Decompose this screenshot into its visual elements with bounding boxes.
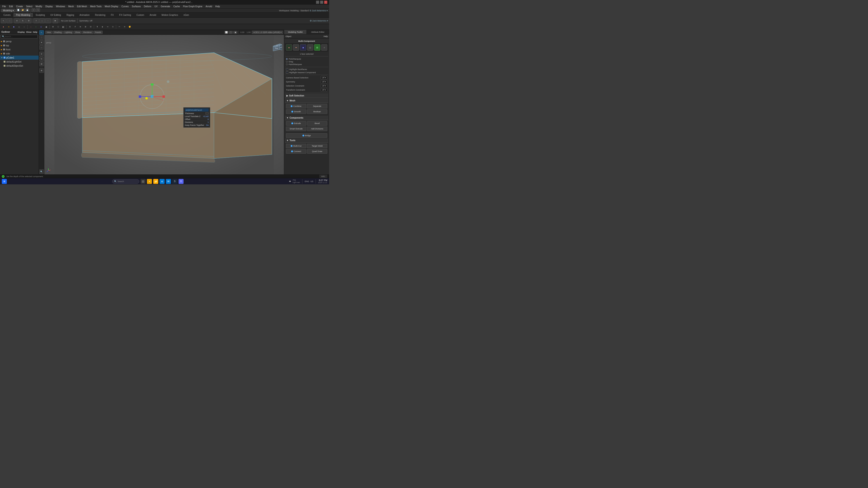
rp-tab-attr-editor[interactable]: Attribute Editor [307, 30, 329, 34]
menu-edit-mesh[interactable]: Edit Mesh [75, 5, 88, 8]
smooth-btn-mt[interactable]: Smooth [286, 109, 306, 114]
menu-surfaces[interactable]: Surfaces [130, 5, 142, 8]
shrink-sel-btn[interactable]: ⊟ [88, 24, 93, 29]
close-button[interactable]: ✕ [324, 1, 327, 4]
menu-file[interactable]: File [1, 5, 7, 8]
rp-tab-toolkit[interactable]: Modeling Toolkit [284, 30, 307, 34]
taskbar-search[interactable]: 🔍 Search [112, 179, 139, 184]
tab-motion-graphics[interactable]: Motion Graphics [159, 13, 181, 17]
pick-marquee-radio[interactable] [286, 58, 288, 60]
menu-flow[interactable]: Flow Graph Engine [182, 5, 204, 8]
pick-marquee-option[interactable]: Pick/Marquee [286, 58, 327, 60]
smart-extrude-btn[interactable]: Smart Extrude [286, 127, 306, 131]
move-x-btn[interactable]: → [28, 24, 33, 29]
edge-icon-btn[interactable]: ━ [293, 44, 299, 51]
tab-fx-caching[interactable]: FX Caching [117, 13, 133, 17]
vertex-icon-btn[interactable]: ● [286, 44, 292, 51]
mesh-section-header[interactable]: ▼ Mesh [285, 98, 328, 103]
connect-btn[interactable]: Connect [286, 149, 306, 154]
outliner-show-menu[interactable]: Show [26, 31, 31, 33]
soft-selection-header[interactable]: ▶ Soft Selection [285, 94, 328, 98]
scale-vtool[interactable]: ⊞ [39, 62, 44, 66]
loop-btn[interactable]: ↺ [72, 24, 78, 29]
symmetry-dropdown[interactable]: Off ▾ [321, 80, 327, 84]
menu-deform[interactable]: Deform [143, 5, 153, 8]
vp-smooth-btn[interactable]: ⬡ [229, 31, 233, 34]
drag-option[interactable]: Drag [286, 60, 327, 63]
bridge-btn[interactable]: Bridge [286, 133, 327, 138]
move-vtool[interactable]: ✛ [39, 52, 44, 56]
bevel-btn[interactable]: ◈ [100, 24, 105, 29]
sculpt-vtool[interactable]: ✦ [39, 40, 44, 45]
tab-custom[interactable]: Custom [134, 13, 147, 17]
vp-flat-btn[interactable]: ◼ [233, 31, 237, 34]
save-file-btn[interactable]: 💾 [25, 8, 29, 12]
multi-icon-btn[interactable]: ⊞ [314, 44, 320, 51]
steam-icon[interactable]: S [172, 179, 177, 184]
new-file-btn[interactable]: 📄 [16, 8, 20, 12]
weld-btn[interactable]: ⊙ [110, 24, 115, 29]
bevel-btn-mt[interactable]: Bevel [307, 121, 327, 126]
color-space-btn[interactable]: ACES 1.0 SDR-video (sRGB) ▾ [252, 31, 283, 34]
viewport[interactable]: View Shading Lighting Show Renderer Pane… [44, 30, 284, 174]
rotate-tool-btn[interactable]: ↻ [20, 18, 26, 23]
menu-edit[interactable]: Edit [8, 5, 14, 8]
discord-icon[interactable]: D [179, 179, 184, 184]
obj-icon-btn[interactable]: ○ [321, 44, 327, 51]
quad-draw-btn[interactable]: Quad Draw [307, 149, 327, 154]
open-file-btn[interactable]: 📂 [21, 8, 25, 12]
menu-select[interactable]: Select [25, 5, 34, 8]
highlight-backfaces-option[interactable]: ✓ Highlight Backfaces [285, 68, 328, 71]
shade-btn[interactable]: ◧ [61, 24, 66, 29]
grab-btn[interactable]: ✊ [127, 24, 132, 29]
move-y-btn[interactable]: ↑ [33, 24, 38, 29]
vp-renderer-btn[interactable]: Renderer [82, 31, 93, 34]
tab-rendering[interactable]: Rendering [92, 13, 108, 17]
search-vtool[interactable]: 🔍 [39, 169, 44, 174]
move-z-btn[interactable]: ⊙ [39, 24, 43, 29]
vp-shading-btn[interactable]: Shading [53, 31, 63, 34]
tab-rigging[interactable]: Rigging [64, 13, 76, 17]
outliner-search[interactable]: 🔍 Search... [1, 35, 38, 38]
redo-btn[interactable]: ↪ [36, 8, 40, 12]
drag-radio[interactable] [286, 61, 288, 63]
rp-object-tab[interactable]: Object [285, 35, 291, 37]
lasso-vtool[interactable]: ⌓ [39, 45, 44, 50]
tab-sculpting[interactable]: Sculpting [33, 13, 48, 17]
universal-vtool[interactable]: ⊕ [39, 68, 44, 73]
uv-icon-btn[interactable]: ◇ [307, 44, 313, 51]
tab-uv-editing[interactable]: UV Editing [48, 13, 64, 17]
grow-sel-btn[interactable]: ⊞ [83, 24, 88, 29]
outliner-item-front[interactable]: ▶ front [0, 47, 39, 52]
highlight-nearest-option[interactable]: ✓ Highlight Nearest Component [285, 71, 328, 74]
rotate-vtool[interactable]: ↻ [39, 57, 44, 61]
target-weld-btn[interactable]: Target Weld [307, 144, 327, 148]
scale-tool-btn[interactable]: ⊞ [26, 18, 31, 23]
menu-mesh[interactable]: Mesh [67, 5, 75, 8]
outliner-item-persp[interactable]: ▶ persp [0, 39, 39, 43]
menu-windows[interactable]: Windows [55, 5, 66, 8]
vp-view-btn[interactable]: View [45, 31, 52, 34]
undo-btn[interactable]: ↩ [31, 8, 35, 12]
maximize-button[interactable]: □ [320, 1, 323, 4]
paint-marquee-radio[interactable] [286, 64, 288, 65]
vertex-mode-btn[interactable]: ● [1, 24, 6, 29]
face-icon-btn[interactable]: ■ [300, 44, 306, 51]
menu-arnold[interactable]: Arnold [204, 5, 213, 8]
mail-icon[interactable]: ✉ [166, 179, 171, 184]
outliner-help-menu[interactable]: Help [33, 31, 37, 33]
object-mode-btn[interactable]: ○ [22, 24, 27, 29]
snap-grid-btn[interactable]: # [33, 18, 39, 23]
lasso-select-btn[interactable]: ◌ [7, 18, 12, 23]
outliner-item-side[interactable]: ▶ side [0, 52, 39, 56]
render-btn[interactable]: ▶ [53, 18, 58, 23]
uv-mode-btn[interactable]: ◇ [17, 24, 22, 29]
separate-btn[interactable]: Separate [307, 104, 327, 108]
mode-selector[interactable]: Modeling ▾ [1, 9, 16, 12]
menu-curves[interactable]: Curves [120, 5, 130, 8]
boolean-btn[interactable]: Boolean [307, 109, 327, 114]
vp-show-btn[interactable]: Show [74, 31, 82, 34]
menu-uv[interactable]: UV [153, 5, 159, 8]
snap-point-btn[interactable]: ◦ [45, 18, 51, 23]
extrude-btn[interactable]: ⬆ [95, 24, 100, 29]
